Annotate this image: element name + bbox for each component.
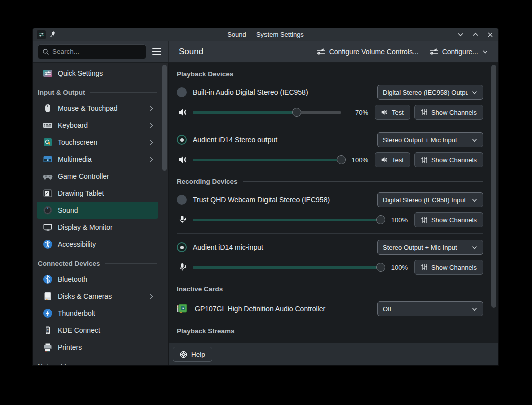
- help-button[interactable]: Help: [173, 347, 212, 362]
- volume-slider[interactable]: [193, 107, 341, 117]
- sidebar-item-label: Display & Monitor: [58, 223, 113, 231]
- sidebar-item-keyboard[interactable]: Keyboard: [37, 117, 158, 134]
- app-icon: [37, 30, 46, 39]
- help-icon: [180, 351, 187, 358]
- help-label: Help: [191, 351, 205, 358]
- card-profile-select[interactable]: Off: [377, 301, 483, 316]
- default-device-radio[interactable]: [177, 87, 187, 97]
- volume-percent: 70%: [345, 109, 368, 116]
- sound-settings-page: Playback Devices Built-in Audio Digital …: [169, 63, 498, 343]
- show-channels-button[interactable]: Show Channels: [414, 212, 483, 227]
- profile-select[interactable]: Digital Stereo (IEC958) Input: [377, 192, 483, 207]
- sidebar-item-label: Drawing Tablet: [58, 189, 104, 197]
- sidebar-item-label: KDE Connect: [58, 326, 100, 334]
- sidebar-section-connected-devices: Connected Devices: [33, 256, 168, 271]
- search-box[interactable]: [38, 44, 146, 59]
- footer: Help: [169, 343, 498, 365]
- sidebar-item-thunderbolt[interactable]: Thunderbolt: [37, 305, 158, 322]
- configure-label: Configure...: [442, 48, 478, 56]
- sidebar-item-drawing-tablet[interactable]: Drawing Tablet: [37, 185, 158, 202]
- chevron-right-icon: [148, 156, 154, 163]
- volume-slider[interactable]: [193, 155, 341, 165]
- profile-select[interactable]: Stereo Output + Mic Input: [377, 240, 483, 255]
- sidebar-item-accessibility[interactable]: Accessibility: [37, 236, 158, 253]
- volume-slider[interactable]: [193, 262, 381, 272]
- sidebar-item-label: Disks & Cameras: [58, 292, 112, 300]
- default-device-radio[interactable]: [177, 242, 187, 252]
- chevron-right-icon: [148, 139, 154, 146]
- bluetooth-icon: [43, 274, 53, 284]
- device-name: Built-in Audio Digital Stereo (IEC958): [193, 88, 308, 96]
- close-icon[interactable]: [486, 31, 494, 39]
- sidebar-item-label: Printers: [58, 343, 82, 351]
- sidebar-item-disks-cameras[interactable]: Disks & Cameras: [37, 288, 158, 305]
- content-scrollbar[interactable]: [491, 65, 496, 308]
- multimedia-icon: [43, 154, 53, 164]
- sidebar-item-label: Thunderbolt: [58, 309, 95, 317]
- sidebar-scrollbar[interactable]: [162, 65, 167, 171]
- card-name: GP107GL High Definition Audio Controller: [195, 305, 325, 313]
- sidebar-item-sound[interactable]: Sound: [37, 202, 158, 219]
- configure-volume-controls-button[interactable]: Configure Volume Controls...: [314, 46, 422, 58]
- default-device-radio[interactable]: [177, 195, 187, 205]
- show-channels-button[interactable]: Show Channels: [414, 260, 483, 275]
- sidebar-item-bluetooth[interactable]: Bluetooth: [37, 271, 158, 288]
- chevron-down-icon: [471, 306, 478, 312]
- sidebar-item-label: Accessibility: [58, 240, 96, 248]
- microphone-icon: [177, 215, 189, 224]
- volume-slider[interactable]: [193, 215, 381, 225]
- minimize-icon[interactable]: [456, 31, 464, 39]
- sidebar-item-game-controller[interactable]: Game Controller: [37, 168, 158, 185]
- inactive-cards-header: Inactive Cards: [177, 284, 483, 294]
- sidebar-item-printers[interactable]: Printers: [37, 339, 158, 356]
- configure-volume-controls-label: Configure Volume Controls...: [329, 48, 419, 56]
- kde-connect-icon: ?: [43, 325, 53, 335]
- sidebar-item-quick-settings[interactable]: Quick Settings: [37, 65, 158, 82]
- sidebar: Quick SettingsInput & OutputMouse & Touc…: [33, 63, 169, 365]
- maximize-icon[interactable]: [471, 31, 479, 39]
- divider: [177, 233, 483, 234]
- game-controller-icon: [43, 171, 53, 181]
- pin-icon[interactable]: [50, 31, 56, 38]
- speaker-icon: [381, 156, 388, 163]
- sidebar-item-mouse-touchpad[interactable]: Mouse & Touchpad: [37, 100, 158, 117]
- show-channels-button[interactable]: Show Channels: [414, 152, 483, 167]
- recording-devices-header: Recording Devices: [177, 176, 483, 186]
- menu-icon[interactable]: [150, 45, 163, 58]
- thunderbolt-icon: [43, 308, 53, 318]
- sidebar-item-kde-connect[interactable]: ?KDE Connect: [37, 322, 158, 339]
- sidebar-section-input-output: Input & Output: [33, 85, 168, 100]
- volume-percent: 100%: [385, 216, 408, 224]
- drawing-tablet-icon: [43, 188, 53, 198]
- inactive-card-row: GP107GL High Definition Audio Controller…: [177, 301, 483, 317]
- speaker-icon: [177, 108, 189, 117]
- chevron-right-icon: [148, 122, 154, 129]
- sidebar-item-label: Bluetooth: [58, 275, 87, 283]
- display-icon: [43, 222, 53, 232]
- chevron-down-icon: [471, 137, 478, 143]
- device-row: Audient iD14 mic-input Stereo Output + M…: [177, 240, 483, 255]
- device-name: Trust QHD Webcam Digital Stereo (IEC958): [193, 196, 330, 204]
- system-settings-window: Sound — System Settings Sound: [32, 28, 499, 366]
- profile-select[interactable]: Digital Stereo (IEC958) Output: [377, 85, 483, 100]
- volume-percent: 100%: [385, 264, 408, 271]
- search-input[interactable]: [52, 48, 142, 55]
- device-row: Built-in Audio Digital Stereo (IEC958) D…: [177, 85, 483, 100]
- divider: [177, 126, 483, 126]
- sidebar-item-multimedia[interactable]: Multimedia: [37, 151, 158, 168]
- toolbar-left: [33, 41, 169, 62]
- titlebar[interactable]: Sound — System Settings: [33, 28, 498, 41]
- show-channels-button[interactable]: Show Channels: [414, 105, 483, 120]
- sidebar-item-label: Touchscreen: [58, 138, 97, 146]
- keyboard-icon: [43, 120, 53, 130]
- test-button[interactable]: Test: [375, 152, 410, 167]
- default-device-radio[interactable]: [177, 135, 187, 145]
- configure-button[interactable]: Configure...: [427, 46, 491, 58]
- chevron-right-icon: [148, 105, 154, 112]
- sound-icon: [43, 205, 53, 215]
- test-button[interactable]: Test: [375, 105, 410, 120]
- profile-select[interactable]: Stereo Output + Mic Input: [377, 132, 483, 147]
- window-title: Sound — System Settings: [33, 31, 498, 38]
- sidebar-item-display-monitor[interactable]: Display & Monitor: [37, 219, 158, 236]
- sidebar-item-touchscreen[interactable]: Touchscreen: [37, 134, 158, 151]
